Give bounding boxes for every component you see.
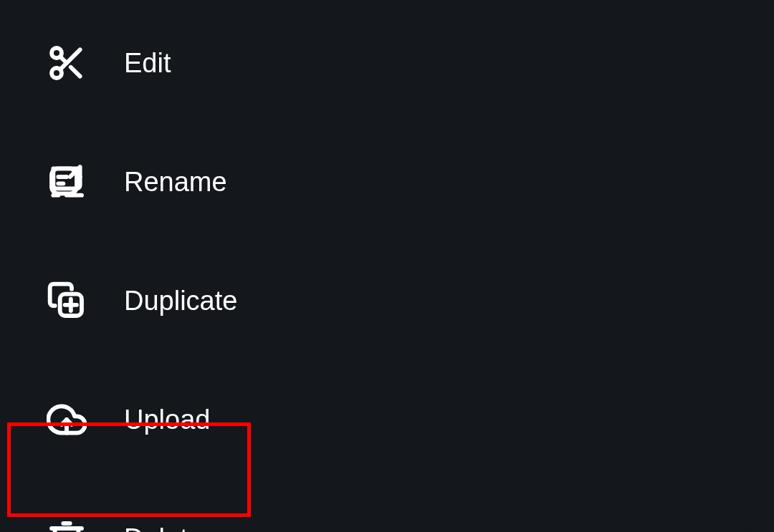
svg-line-4 bbox=[60, 57, 67, 63]
menu-item-edit[interactable]: Edit bbox=[0, 21, 774, 122]
menu-item-label: Delete bbox=[124, 523, 203, 533]
edit-note-icon bbox=[47, 162, 87, 202]
svg-line-3 bbox=[71, 67, 80, 77]
copy-plus-icon bbox=[47, 281, 87, 321]
menu-item-label: Edit bbox=[124, 48, 171, 79]
menu-item-label: Rename bbox=[124, 167, 227, 198]
context-menu: Edit Rename bbox=[0, 21, 774, 532]
scissors-icon bbox=[47, 43, 87, 83]
cloud-upload-icon bbox=[47, 400, 87, 440]
menu-item-duplicate[interactable]: Duplicate bbox=[0, 241, 774, 360]
menu-panel: Edit Rename bbox=[0, 0, 774, 532]
menu-item-upload[interactable]: Upload bbox=[0, 360, 774, 479]
menu-item-label: Upload bbox=[124, 405, 210, 435]
menu-item-label: Duplicate bbox=[124, 286, 237, 316]
trash-icon bbox=[47, 518, 87, 532]
menu-item-rename[interactable]: Rename bbox=[0, 122, 774, 241]
menu-item-delete[interactable]: Delete bbox=[0, 479, 774, 532]
